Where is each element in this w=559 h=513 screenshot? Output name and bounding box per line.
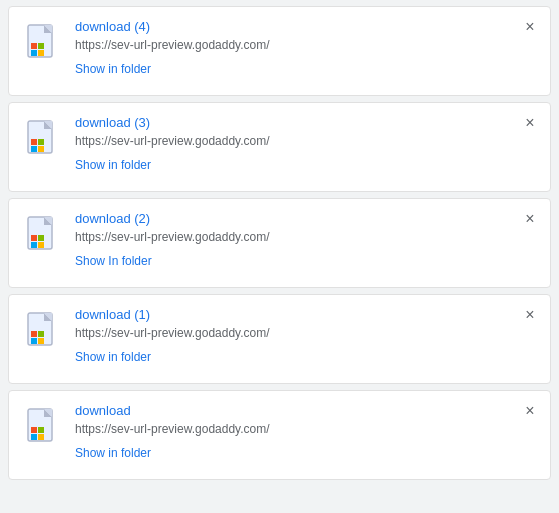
download-title[interactable]: download (3)	[75, 115, 536, 130]
download-item: download (2) https://sev-url-preview.god…	[8, 198, 551, 288]
close-button[interactable]: ×	[520, 17, 540, 37]
show-in-folder-link[interactable]: Show in folder	[75, 62, 536, 76]
download-content: download (4) https://sev-url-preview.god…	[75, 19, 536, 76]
svg-rect-27	[38, 338, 44, 344]
close-button[interactable]: ×	[520, 113, 540, 133]
svg-rect-11	[38, 139, 44, 145]
show-in-folder-link[interactable]: Show in folder	[75, 158, 536, 172]
svg-rect-19	[31, 242, 37, 248]
download-item: download (4) https://sev-url-preview.god…	[8, 6, 551, 96]
download-item: download (3) https://sev-url-preview.god…	[8, 102, 551, 192]
download-content: download (3) https://sev-url-preview.god…	[75, 115, 536, 172]
close-button[interactable]: ×	[520, 305, 540, 325]
file-icon	[23, 407, 63, 447]
download-title[interactable]: download	[75, 403, 536, 418]
svg-rect-31	[31, 427, 37, 433]
file-icon	[23, 311, 63, 351]
svg-rect-33	[31, 434, 37, 440]
svg-rect-5	[31, 50, 37, 56]
show-in-folder-link[interactable]: Show In folder	[75, 254, 536, 268]
download-url: https://sev-url-preview.godaddy.com/	[75, 230, 536, 244]
close-button[interactable]: ×	[520, 401, 540, 421]
svg-rect-12	[31, 146, 37, 152]
download-content: download (2) https://sev-url-preview.god…	[75, 211, 536, 268]
download-item: download https://sev-url-preview.godaddy…	[8, 390, 551, 480]
download-content: download https://sev-url-preview.godaddy…	[75, 403, 536, 460]
svg-rect-34	[38, 434, 44, 440]
svg-rect-10	[31, 139, 37, 145]
svg-rect-32	[38, 427, 44, 433]
download-url: https://sev-url-preview.godaddy.com/	[75, 422, 536, 436]
file-icon	[23, 215, 63, 255]
svg-rect-20	[38, 242, 44, 248]
svg-rect-3	[31, 43, 37, 49]
svg-rect-6	[38, 50, 44, 56]
download-url: https://sev-url-preview.godaddy.com/	[75, 134, 536, 148]
svg-rect-25	[38, 331, 44, 337]
download-title[interactable]: download (4)	[75, 19, 536, 34]
download-list: download (4) https://sev-url-preview.god…	[0, 0, 559, 486]
download-content: download (1) https://sev-url-preview.god…	[75, 307, 536, 364]
file-icon	[23, 119, 63, 159]
show-in-folder-link[interactable]: Show in folder	[75, 446, 536, 460]
svg-rect-4	[38, 43, 44, 49]
download-title[interactable]: download (2)	[75, 211, 536, 226]
close-button[interactable]: ×	[520, 209, 540, 229]
svg-rect-18	[38, 235, 44, 241]
download-url: https://sev-url-preview.godaddy.com/	[75, 326, 536, 340]
show-in-folder-link[interactable]: Show in folder	[75, 350, 536, 364]
svg-rect-26	[31, 338, 37, 344]
svg-rect-13	[38, 146, 44, 152]
download-url: https://sev-url-preview.godaddy.com/	[75, 38, 536, 52]
file-icon	[23, 23, 63, 63]
download-item: download (1) https://sev-url-preview.god…	[8, 294, 551, 384]
svg-rect-17	[31, 235, 37, 241]
svg-rect-24	[31, 331, 37, 337]
download-title[interactable]: download (1)	[75, 307, 536, 322]
